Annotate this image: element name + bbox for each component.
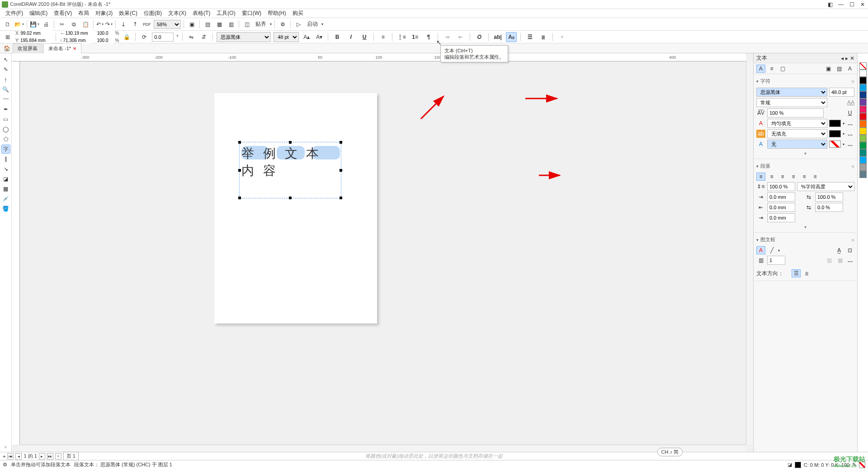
snap-label[interactable]: 贴齐 bbox=[254, 20, 268, 28]
color-swatch[interactable] bbox=[859, 120, 867, 127]
columns-input[interactable] bbox=[767, 256, 785, 265]
text-tool-icon[interactable]: 字 bbox=[1, 145, 10, 154]
docker-prev-icon[interactable]: ◂ bbox=[841, 55, 844, 61]
zoom-select[interactable]: 58% bbox=[154, 20, 181, 29]
right-pct-input[interactable] bbox=[815, 192, 843, 202]
pick-tool-icon[interactable]: ↖ bbox=[1, 55, 10, 64]
font-family-select[interactable]: 思源黑体 bbox=[217, 32, 271, 42]
page-add2-icon[interactable]: + bbox=[55, 453, 61, 460]
gear-icon[interactable]: ⚙ bbox=[3, 462, 7, 468]
align-c-icon[interactable]: ≡ bbox=[778, 173, 787, 181]
tab-document[interactable]: 未命名 -1*✕ bbox=[43, 43, 81, 53]
font-dec-icon[interactable]: A▾ bbox=[314, 32, 324, 42]
text-frame[interactable]: 举 例 文 本 内 容 bbox=[239, 142, 341, 198]
cut-icon[interactable]: ✂ bbox=[57, 19, 67, 29]
freehand-tool-icon[interactable]: 〰 bbox=[1, 95, 10, 104]
unlink-frame-icon[interactable]: ▦ bbox=[835, 256, 844, 264]
numbering-icon[interactable]: 1≡ bbox=[410, 32, 420, 42]
menu-view[interactable]: 查看(V) bbox=[51, 9, 75, 18]
color-swatch[interactable] bbox=[859, 171, 867, 178]
align-l-icon[interactable]: ≡ bbox=[767, 173, 776, 181]
save-icon[interactable]: 💾▾ bbox=[30, 21, 39, 28]
fill-swatch[interactable] bbox=[829, 120, 841, 127]
dock-opt2-icon[interactable]: ▤ bbox=[835, 65, 844, 73]
bullets-icon[interactable]: ⋮≡ bbox=[396, 32, 407, 42]
ellipse-tool-icon[interactable]: ◯ bbox=[1, 125, 10, 134]
space-before-input[interactable] bbox=[767, 192, 795, 202]
menu-help[interactable]: 帮助(H) bbox=[265, 9, 289, 18]
snap-icon[interactable]: ◫ bbox=[242, 19, 252, 29]
color-swatch[interactable] bbox=[859, 164, 867, 171]
menu-buy[interactable]: 购买 bbox=[290, 9, 306, 18]
outline-more-icon[interactable]: … bbox=[846, 141, 854, 147]
object-origin-icon[interactable]: ⊞ bbox=[3, 32, 13, 42]
add-page-icon[interactable]: + bbox=[3, 454, 5, 459]
menu-edit[interactable]: 编辑(E) bbox=[27, 9, 50, 18]
dock-opt3-icon[interactable]: A bbox=[845, 65, 854, 73]
text-horizontal-icon[interactable]: ☰ bbox=[792, 269, 801, 277]
dropcap-icon[interactable]: ¶ bbox=[423, 32, 434, 42]
align-none-icon[interactable]: ≡ bbox=[756, 173, 765, 181]
kerning-input[interactable] bbox=[767, 108, 824, 117]
page-tab[interactable]: 页 1 bbox=[63, 452, 79, 460]
menu-file[interactable]: 文件(F) bbox=[3, 9, 26, 18]
paste-icon[interactable]: 📋 bbox=[80, 19, 90, 29]
outline-swatch[interactable] bbox=[829, 141, 841, 148]
page-last-icon[interactable]: ⏭ bbox=[47, 453, 53, 460]
artistic-tool-icon[interactable]: ✒ bbox=[1, 105, 10, 114]
page-next-icon[interactable]: ▸ bbox=[39, 453, 45, 460]
grid-icon[interactable]: ▦ bbox=[214, 19, 224, 29]
fill-indicator-icon[interactable]: ◪ bbox=[788, 462, 792, 468]
print-icon[interactable]: 🖨 bbox=[41, 19, 51, 29]
align-j-icon[interactable]: ≡ bbox=[800, 173, 809, 181]
color-swatch[interactable] bbox=[859, 70, 867, 77]
align-left-icon[interactable]: ≡ bbox=[377, 32, 388, 42]
maximize-icon[interactable]: ☐ bbox=[848, 1, 855, 8]
underline-button[interactable]: U bbox=[359, 32, 370, 42]
bold-button[interactable]: B bbox=[332, 32, 343, 42]
italic-button[interactable]: I bbox=[345, 32, 356, 42]
docker-close-icon[interactable]: ✕ bbox=[850, 55, 854, 61]
page-prev-icon[interactable]: ◂ bbox=[15, 453, 22, 460]
import-icon[interactable]: ⤓ bbox=[118, 19, 128, 29]
page[interactable]: 举 例 文 本 内 容 bbox=[214, 93, 377, 324]
fullscreen-icon[interactable]: ▣ bbox=[187, 19, 197, 29]
sec-char-opt-icon[interactable]: ○ bbox=[851, 79, 854, 84]
menu-object[interactable]: 对象(J) bbox=[93, 9, 115, 18]
color-swatch[interactable] bbox=[859, 106, 867, 113]
lock-ratio-icon[interactable]: 🔒 bbox=[122, 32, 132, 42]
line-spacing-input[interactable] bbox=[767, 182, 795, 191]
char-collapse-icon[interactable]: ▾ bbox=[756, 150, 854, 157]
dock-opt1-icon[interactable]: ▣ bbox=[824, 65, 833, 73]
text-content[interactable]: 举 例 文 本 内 容 bbox=[240, 142, 341, 182]
color-swatch[interactable] bbox=[859, 156, 867, 164]
para-tab-icon[interactable]: ≡ bbox=[767, 65, 776, 73]
outline-width-select[interactable]: 无 bbox=[767, 140, 827, 149]
first-indent-input[interactable] bbox=[767, 213, 795, 222]
rectangle-tool-icon[interactable]: ▭ bbox=[1, 115, 10, 124]
new-icon[interactable]: 🗋 bbox=[3, 19, 13, 29]
page-first-icon[interactable]: ⏮ bbox=[7, 453, 14, 460]
right-pct2-input[interactable] bbox=[815, 203, 843, 212]
vertical-scrollbar[interactable] bbox=[746, 61, 753, 445]
spacing-unit-select[interactable]: %字符高度 bbox=[797, 182, 854, 191]
help-center-icon[interactable]: ◧ bbox=[826, 1, 834, 8]
zoom-tool-icon[interactable]: 🔍 bbox=[1, 85, 10, 94]
transparency-tool-icon[interactable]: ▩ bbox=[1, 184, 10, 193]
open-icon[interactable]: 📂▾ bbox=[14, 21, 24, 28]
ime-indicator[interactable]: CH ♪ 简 bbox=[657, 448, 683, 456]
color-swatch[interactable] bbox=[859, 142, 867, 149]
copy-icon[interactable]: ⧉ bbox=[69, 19, 79, 29]
export-icon[interactable]: ⤒ bbox=[130, 19, 140, 29]
fill-more-icon[interactable]: … bbox=[846, 120, 854, 127]
fill-type-select[interactable]: 均匀填充 bbox=[767, 119, 827, 128]
launch-label[interactable]: 启动 bbox=[305, 20, 320, 28]
color-swatch[interactable] bbox=[859, 98, 867, 106]
color-swatch[interactable] bbox=[859, 91, 867, 98]
frame-fit-icon[interactable]: ⊡ bbox=[845, 246, 854, 254]
fill-color-swatch[interactable] bbox=[795, 462, 801, 468]
indent-dec-icon[interactable]: ⇤ bbox=[455, 32, 466, 42]
text-direction-icon[interactable]: ⫼ bbox=[538, 32, 549, 42]
indent-inc-icon[interactable]: ⇥ bbox=[442, 32, 453, 42]
undo-icon[interactable]: ↶▾ bbox=[96, 21, 104, 28]
